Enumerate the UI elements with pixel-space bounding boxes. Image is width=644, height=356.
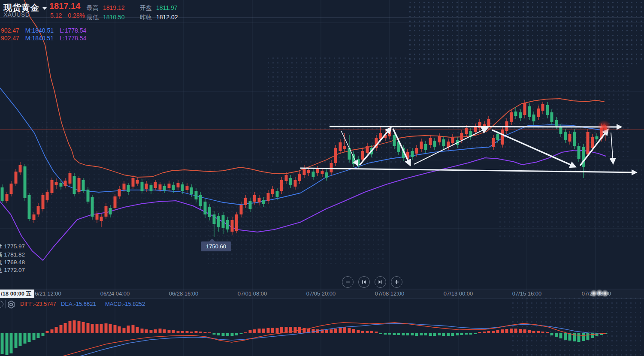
- price-marker-tooltip: 1750.60: [201, 241, 231, 251]
- skip-to-start-button[interactable]: [358, 276, 370, 288]
- macd-settings-button[interactable]: [6, 300, 16, 311]
- boll-upper-value: 902.47: [1, 35, 19, 42]
- stat-label-open: 开盘: [140, 3, 152, 12]
- boll-middle-value: M:1840.51: [25, 35, 54, 42]
- price-change: 5.120.28%: [50, 12, 91, 19]
- skip-to-end-button[interactable]: [375, 276, 386, 288]
- stat-label-prevclose: 昨收: [140, 12, 152, 22]
- ohlc-stats: 最高1819.12 开盘1811.97 最低1810.50 昨收1812.02: [87, 3, 191, 22]
- stat-value-low: 1810.50: [103, 12, 130, 22]
- boll-upper-value: 902.47: [1, 27, 19, 34]
- chart-controls: [342, 276, 402, 288]
- ohlc-readout-label: 盘 1775.97: [0, 243, 25, 250]
- stat-value-open: 1811.97: [156, 3, 183, 12]
- plus-icon: [394, 279, 399, 285]
- trading-app: 现货黄金 XAUUSD 1817.14 5.120.28% 最高1819.12 …: [0, 0, 644, 356]
- boll-middle-value: M:1840.51: [25, 27, 54, 34]
- macd-diff-value: DIFF:-23.5747: [20, 301, 56, 307]
- stat-value-high: 1819.12: [103, 3, 130, 12]
- stat-label-low: 最低: [87, 12, 99, 22]
- gear-icon: [6, 300, 16, 309]
- trendline-annotations: [300, 120, 636, 297]
- divider: [5, 300, 6, 308]
- skip-back-icon: [361, 279, 367, 285]
- boll-label-row-2: 902.47M:1840.51L:1778.54: [1, 35, 92, 42]
- boll-label-row-1: 902.47M:1840.51L:1778.54: [1, 27, 92, 34]
- macd-macd-value: MACD:-15.8252: [105, 301, 145, 307]
- main-chart-canvas[interactable]: [0, 0, 644, 356]
- last-price: 1817.14: [49, 1, 80, 11]
- chevron-down-icon: [42, 7, 47, 10]
- ohlc-readout-label: 盘 1772.07: [0, 266, 25, 274]
- ohlc-readout-label: 高 1781.82: [0, 251, 25, 259]
- zoom-in-button[interactable]: [391, 276, 402, 288]
- crosshair-time-tooltip: /18 00:00 五: [0, 290, 34, 298]
- grid-lines: [0, 0, 644, 356]
- symbol-code: XAUUSD: [3, 11, 30, 18]
- change-percent: 0.28%: [68, 12, 85, 19]
- change-value: 5.12: [50, 12, 62, 19]
- macd-dea-value: DEA:-15.6621: [61, 301, 96, 307]
- boll-lower-value: L:1778.54: [60, 35, 86, 42]
- stat-value-prevclose: 1812.02: [156, 12, 183, 22]
- skip-forward-icon: [378, 279, 383, 285]
- stat-label-high: 最高: [87, 3, 99, 12]
- zoom-out-button[interactable]: [342, 276, 354, 288]
- minus-icon: [345, 279, 351, 285]
- ohlc-readout-label: 低 1769.48: [0, 259, 25, 266]
- macd-panel: [1, 320, 608, 356]
- boll-lower-value: L:1778.54: [60, 27, 86, 34]
